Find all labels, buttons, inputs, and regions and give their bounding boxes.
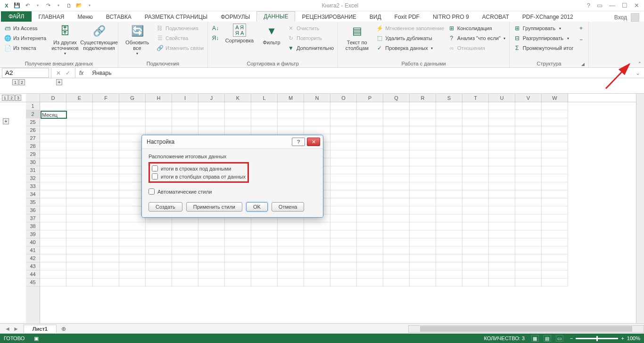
cell[interactable] xyxy=(304,246,330,254)
cell[interactable] xyxy=(278,278,304,286)
cell[interactable] xyxy=(357,182,383,190)
cell[interactable] xyxy=(66,262,93,270)
cell[interactable] xyxy=(146,254,172,262)
cell[interactable] xyxy=(357,126,383,134)
cell[interactable] xyxy=(119,102,146,110)
cell[interactable] xyxy=(278,230,304,238)
cell[interactable] xyxy=(251,278,278,286)
cell[interactable] xyxy=(489,142,515,150)
cell[interactable] xyxy=(40,126,66,134)
qat-open-icon[interactable]: 📂 xyxy=(75,2,83,9)
cell[interactable] xyxy=(462,102,489,110)
advanced-filter-button[interactable]: ▼Дополнительно xyxy=(287,43,334,53)
filter-button[interactable]: ▼Фильтр xyxy=(260,24,283,45)
cell[interactable] xyxy=(225,110,251,118)
cell[interactable] xyxy=(93,270,119,278)
cell[interactable] xyxy=(462,246,489,254)
cell[interactable] xyxy=(515,150,542,158)
chk-rows-below[interactable] xyxy=(152,165,158,172)
cell[interactable] xyxy=(515,190,542,198)
qat-customize-icon[interactable]: ▾ xyxy=(86,2,93,9)
cell[interactable] xyxy=(66,206,93,214)
cell[interactable] xyxy=(462,142,489,150)
consolidate-button[interactable]: ⊞Консолидация xyxy=(448,24,505,33)
cell[interactable] xyxy=(198,222,225,230)
cell[interactable] xyxy=(357,118,383,126)
cell[interactable] xyxy=(330,270,357,278)
ok-button[interactable]: OK xyxy=(246,202,268,212)
cell[interactable] xyxy=(330,158,357,166)
cell[interactable] xyxy=(542,270,568,278)
cell[interactable] xyxy=(330,222,357,230)
cell[interactable] xyxy=(172,118,198,126)
cell[interactable] xyxy=(383,198,410,206)
col-header-J[interactable]: J xyxy=(198,94,225,102)
cell[interactable] xyxy=(40,246,66,254)
sort-button[interactable]: A ЯЯ AСортировка xyxy=(223,24,256,43)
cell[interactable] xyxy=(198,278,225,286)
row-level-1[interactable]: 1 xyxy=(2,95,8,101)
cell[interactable] xyxy=(172,270,198,278)
qat-redo-more-icon[interactable]: ▾ xyxy=(55,2,62,9)
cell[interactable] xyxy=(410,206,436,214)
ribbon-options-icon[interactable]: ▭ xyxy=(597,2,603,9)
cell[interactable] xyxy=(66,182,93,190)
cell[interactable] xyxy=(304,270,330,278)
cell[interactable] xyxy=(542,254,568,262)
cell[interactable] xyxy=(172,262,198,270)
col-header-W[interactable]: W xyxy=(542,94,568,102)
cell[interactable] xyxy=(40,206,66,214)
cell[interactable] xyxy=(225,254,251,262)
tab-insert[interactable]: ВСТАВКА xyxy=(99,12,138,22)
cell[interactable] xyxy=(436,246,462,254)
cell[interactable] xyxy=(330,214,357,222)
zoom-out-icon[interactable]: − xyxy=(570,335,573,341)
col-header-Q[interactable]: Q xyxy=(383,94,410,102)
cell[interactable] xyxy=(40,150,66,158)
cell[interactable] xyxy=(357,278,383,286)
cell[interactable] xyxy=(410,134,436,142)
chk-auto-styles[interactable] xyxy=(149,188,155,195)
cell[interactable] xyxy=(40,278,66,286)
view-pagebreak-icon[interactable]: ▭ xyxy=(556,335,563,342)
cell[interactable] xyxy=(278,110,304,118)
row-header-33[interactable]: 33 xyxy=(26,182,40,190)
existing-connections-button[interactable]: 🔗Существующие подключения xyxy=(84,24,114,51)
cell[interactable] xyxy=(330,246,357,254)
col-header-V[interactable]: V xyxy=(515,94,542,102)
cell[interactable] xyxy=(66,230,93,238)
cell[interactable] xyxy=(93,134,119,142)
cell[interactable] xyxy=(436,182,462,190)
cell[interactable] xyxy=(225,246,251,254)
cell[interactable] xyxy=(357,254,383,262)
col-header-E[interactable]: E xyxy=(66,94,93,102)
group-button[interactable]: ⊞Группировать▾ xyxy=(513,24,574,33)
cell[interactable] xyxy=(436,158,462,166)
cell[interactable] xyxy=(40,230,66,238)
cell[interactable] xyxy=(489,238,515,246)
cell[interactable] xyxy=(66,126,93,134)
tab-menu[interactable]: Меню xyxy=(71,12,99,22)
col-header-N[interactable]: N xyxy=(304,94,330,102)
cell[interactable] xyxy=(489,198,515,206)
cell[interactable] xyxy=(225,238,251,246)
cell[interactable] xyxy=(119,126,146,134)
cell[interactable] xyxy=(278,262,304,270)
cell[interactable] xyxy=(436,238,462,246)
cell[interactable] xyxy=(93,110,119,118)
cell[interactable] xyxy=(278,246,304,254)
cell[interactable] xyxy=(462,110,489,118)
create-button[interactable]: Создать xyxy=(149,202,182,212)
cell[interactable] xyxy=(462,238,489,246)
cell[interactable] xyxy=(515,270,542,278)
cell[interactable] xyxy=(330,278,357,286)
cell[interactable] xyxy=(330,126,357,134)
cell[interactable] xyxy=(410,158,436,166)
cell[interactable] xyxy=(172,230,198,238)
cell[interactable] xyxy=(66,238,93,246)
view-layout-icon[interactable]: ▤ xyxy=(544,335,551,342)
cell[interactable] xyxy=(515,206,542,214)
cell[interactable] xyxy=(515,126,542,134)
sheet-nav-last-icon[interactable]: ► xyxy=(13,326,19,332)
cell[interactable] xyxy=(93,174,119,182)
